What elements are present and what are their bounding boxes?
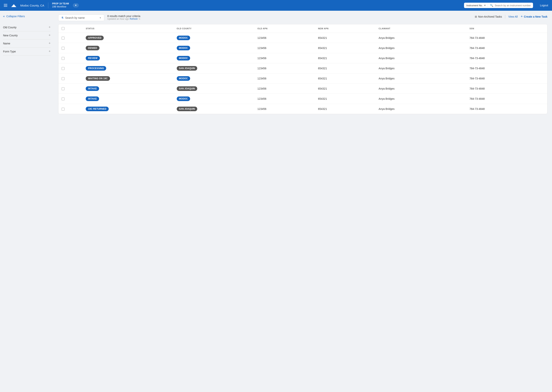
row-checkbox-cell [58,63,83,73]
row-checkbox-cell [58,84,83,94]
row-checkbox[interactable] [62,67,65,70]
row-county: SAN JOAQUIN [174,84,254,94]
row-checkbox[interactable] [62,57,65,60]
row-county: SAN JOAQUIN [174,104,254,114]
team-dropdown[interactable]: ▼ [73,3,79,7]
row-checkbox-cell [58,53,83,63]
row-ssn: 784-73-4848 [466,94,547,104]
row-old-apn: 123456 [254,104,315,114]
name-search-filter[interactable]: ⚗ Search by name ▼ [58,14,104,21]
row-status: 19C RETURNED [83,104,174,114]
table-body: APPROVED MODOC 123456 654321 Anya Bridge… [58,33,547,114]
instrument-search: Instrument No. ▼ 🔍 [464,3,533,8]
header-divider [48,2,48,8]
status-badge: INTAKE [86,86,99,91]
create-task-button[interactable]: + Create a New Task [521,14,547,19]
county-badge: SAN JOAQUIN [177,86,197,91]
county-badge: MODOC [177,97,190,101]
instrument-search-input[interactable] [495,4,531,7]
col-status-header: STATUS [83,24,174,33]
row-new-apn: 654321 [315,43,376,53]
col-old-county-header: OLD COUNTY [174,24,254,33]
row-county: MODOC [174,73,254,84]
name-search-text: Search by name [65,16,98,19]
select-all-checkbox[interactable] [62,27,65,30]
row-checkbox[interactable] [62,47,65,50]
create-task-label: Create a New Task [524,15,547,18]
filter-old-county-label: Old County [3,26,16,29]
team-info: PROP 19 TEAM 19B Workflow [52,2,69,8]
row-claimant: Anya Bridges [376,63,466,73]
filter-form-type[interactable]: Form Type + [3,48,51,56]
row-old-apn: 123456 [254,33,315,43]
status-badge: APPROVED [86,35,104,40]
county-label: Modoc County, CA [20,4,44,7]
search-select-chevron-icon: ▼ [484,4,486,7]
row-claimant: Anya Bridges [376,104,466,114]
table-row: 19C RETURNED SAN JOAQUIN 123456 654321 A… [58,104,547,114]
results-count: 8 results match your criteria [107,14,140,18]
row-checkbox[interactable] [62,77,65,80]
table-header-row: STATUS OLD COUNTY OLD APN NEW APN CLAIMA… [58,24,547,33]
status-badge: REVIEW [86,56,100,61]
toolbar-right: ⊞ Non-Archived Tasks View All + Create a… [475,14,547,19]
row-checkbox[interactable] [62,98,65,100]
row-ssn: 784-73-4848 [466,53,547,63]
col-claimant-header: CLAIMANT [376,24,466,33]
row-new-apn: 654321 [315,33,376,43]
row-old-apn: 123456 [254,94,315,104]
search-type-select[interactable]: Instrument No. ▼ [466,4,488,7]
status-badge: PROCESSING [86,66,106,71]
col-ssn-header: SSN [466,24,547,33]
row-checkbox[interactable] [62,108,65,111]
refresh-button[interactable]: Refresh [130,18,138,20]
row-claimant: Anya Bridges [376,94,466,104]
results-updated: Updated an hour ago Refresh ↻ [107,18,140,20]
row-status: PROCESSING [83,63,174,73]
col-new-apn-header: NEW APN [315,24,376,33]
filter-new-county[interactable]: New County + [3,31,51,39]
row-ssn: 784-73-4848 [466,63,547,73]
collapse-filters-label: Collapse Filters [6,15,25,18]
view-all-button[interactable]: View All [508,15,518,18]
table-row: DENIED MODOC 123456 654321 Anya Bridges … [58,43,547,53]
filter-form-type-label: Form Type [3,50,16,53]
row-county: SAN JOAQUIN [174,63,254,73]
search-type-label: Instrument No. [466,4,483,7]
row-new-apn: 654321 [315,53,376,63]
table-row: WAITING ON 19C MODOC 123456 654321 Anya … [58,73,547,84]
row-county: MODOC [174,33,254,43]
results-info: 8 results match your criteria Updated an… [107,14,140,20]
main-header: Modoc County, CA PROP 19 TEAM 19B Workfl… [0,0,552,11]
row-claimant: Anya Bridges [376,84,466,94]
county-badge: MODOC [177,56,190,61]
county-badge: SAN JOAQUIN [177,66,197,71]
row-status: REVIEW [83,53,174,63]
collapse-filters-button[interactable]: « Collapse Filters [3,14,51,18]
filter-form-type-plus-icon: + [49,49,51,53]
row-old-apn: 123456 [254,53,315,63]
row-claimant: Anya Bridges [376,33,466,43]
workflow-label: 19B Workflow [52,5,69,8]
create-task-plus-icon: + [521,14,523,19]
collapse-icon: « [3,14,5,18]
row-ssn: 784-73-4848 [466,43,547,53]
filter-old-county[interactable]: Old County + [3,23,51,31]
row-county: MODOC [174,53,254,63]
menu-icon[interactable] [4,4,7,7]
row-checkbox-cell [58,33,83,43]
filter-icon: ⚗ [61,16,64,19]
sidebar: « Collapse Filters Old County + New Coun… [0,11,54,392]
status-badge: DENIED [86,46,99,50]
filter-name-label: Name [3,42,10,45]
table-row: APPROVED MODOC 123456 654321 Anya Bridge… [58,33,547,43]
row-old-apn: 123456 [254,73,315,84]
filter-name[interactable]: Name + [3,39,51,48]
tasks-table-container: STATUS OLD COUNTY OLD APN NEW APN CLAIMA… [58,24,547,114]
row-new-apn: 654321 [315,94,376,104]
row-checkbox[interactable] [62,87,65,90]
row-new-apn: 654321 [315,104,376,114]
row-checkbox-cell [58,104,83,114]
row-checkbox[interactable] [62,36,65,40]
logout-button[interactable]: Logout [540,4,548,7]
